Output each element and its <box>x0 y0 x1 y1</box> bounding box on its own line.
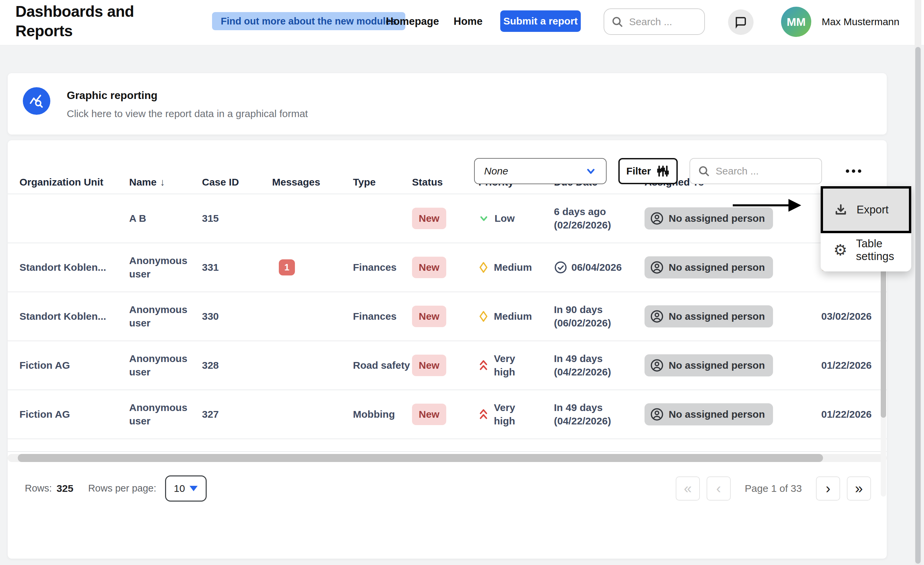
priority-very-high-icon <box>478 408 489 421</box>
next-page-button[interactable]: › <box>816 477 840 501</box>
menu-item-table-settings[interactable]: ⚙ Table settings <box>820 233 911 267</box>
table-search-input[interactable] <box>716 165 803 177</box>
assigned-person-label: No assigned person <box>669 408 765 421</box>
person-icon <box>650 260 664 274</box>
cell-assigned-to: No assigned person <box>645 207 789 229</box>
table-footer: Rows: 325 Rows per page: 10 « ‹ Page 1 o… <box>8 462 887 515</box>
rows-per-page-value: 10 <box>174 483 185 494</box>
submit-report-button[interactable]: Submit a report <box>500 10 581 32</box>
table-row[interactable]: A B 315 New Low 6 days ago (02/26/2026) … <box>8 194 887 243</box>
cell-created-date: 01/22/2026 <box>821 408 887 421</box>
cell-case-id: 315 <box>202 212 272 225</box>
assigned-person-chip[interactable]: No assigned person <box>645 207 773 229</box>
download-icon <box>834 203 848 217</box>
cell-type: Road safety <box>353 359 412 372</box>
global-search[interactable] <box>604 8 705 35</box>
more-options-button[interactable] <box>842 158 865 184</box>
assigned-person-chip[interactable]: No assigned person <box>645 256 773 279</box>
cell-organization-unit: Standort Koblen... <box>20 261 129 274</box>
table-row[interactable]: Standort Koblen... Anonymous user 331 1 … <box>8 243 887 292</box>
cell-due-date: In 49 days (04/22/2026) <box>554 352 645 379</box>
cell-priority: Medium <box>478 310 554 324</box>
due-date-relative: In 49 days <box>554 401 645 415</box>
cell-due-date: In 90 days (06/02/2026) <box>554 303 645 330</box>
due-date-absolute: (06/02/2026) <box>554 316 645 330</box>
top-bar: Dashboards and Reports Find out more abo… <box>0 0 924 45</box>
promo-badge[interactable]: Find out more about the new modules <box>212 12 405 30</box>
due-date-relative: In 90 days <box>554 303 645 317</box>
previous-page-button[interactable]: ‹ <box>706 477 731 501</box>
cell-priority: Very high <box>478 352 554 379</box>
table-row[interactable]: Fiction AG Anonymous user 327 Mobbing Ne… <box>8 390 887 439</box>
nav-home[interactable]: Home <box>454 15 483 27</box>
table-row[interactable]: Standort Koblen... Anonymous user 330 Fi… <box>8 292 887 341</box>
rows-summary: Rows: 325 Rows per page: 10 <box>25 475 207 502</box>
last-page-button[interactable]: » <box>847 477 871 501</box>
cell-messages: 1 <box>272 259 353 276</box>
messages-count-badge: 1 <box>279 259 295 276</box>
chat-button[interactable] <box>728 9 753 35</box>
cell-name: A B <box>129 212 202 225</box>
cell-priority: Medium <box>478 261 554 274</box>
cell-created-date: 01/22/2026 <box>821 359 887 372</box>
assigned-person-label: No assigned person <box>669 310 765 324</box>
graphic-reporting-subtitle: Click here to view the report data in a … <box>67 108 308 120</box>
cell-due-date: 06/04/2026 <box>554 261 645 274</box>
filter-sliders-icon <box>656 164 670 178</box>
cell-name: Anonymous user <box>129 352 202 379</box>
gear-icon: ⚙ <box>833 242 847 258</box>
dot-icon <box>852 169 855 173</box>
search-input[interactable] <box>629 16 690 27</box>
filter-button-label: Filter <box>626 165 651 177</box>
page-info: Page 1 of 33 <box>745 483 802 494</box>
cell-name: Anonymous user <box>129 254 202 281</box>
chat-bubble-icon <box>734 15 747 29</box>
cell-organization-unit: Fiction AG <box>20 359 129 372</box>
cell-status: New <box>412 208 478 229</box>
nav-homepage[interactable]: Homepage <box>386 15 439 27</box>
cell-status: New <box>412 306 478 327</box>
table-vertical-scrollbar[interactable] <box>881 235 886 496</box>
filter-button[interactable]: Filter <box>618 158 678 184</box>
first-page-button[interactable]: « <box>676 477 700 501</box>
cell-assigned-to: No assigned person <box>645 256 789 279</box>
pagination: « ‹ Page 1 of 33 › » <box>676 477 871 501</box>
arrow-line <box>733 204 790 206</box>
cell-case-id: 328 <box>202 359 272 372</box>
assigned-person-label: No assigned person <box>669 212 765 225</box>
cell-priority: Low <box>478 212 554 225</box>
graphic-reporting-card[interactable]: Graphic reporting Click here to view the… <box>8 73 887 135</box>
cell-type: Finances <box>353 261 412 274</box>
table-row[interactable]: Fiction AG Anonymous user 328 Road safet… <box>8 341 887 390</box>
status-badge: New <box>412 306 446 327</box>
page-scrollbar[interactable] <box>915 0 921 565</box>
cell-assigned-to: No assigned person <box>645 354 789 376</box>
assigned-person-chip[interactable]: No assigned person <box>645 354 773 376</box>
person-icon <box>650 358 664 372</box>
view-select[interactable]: None <box>474 158 607 184</box>
rows-per-page-select[interactable]: 10 <box>165 475 207 502</box>
horizontal-scrollbar[interactable] <box>8 454 887 462</box>
assigned-person-chip[interactable]: No assigned person <box>645 403 773 426</box>
partial-row <box>8 439 887 452</box>
cell-name: Anonymous user <box>129 303 202 330</box>
due-check-circle-icon <box>554 261 567 274</box>
avatar[interactable]: MM <box>781 7 811 37</box>
cell-case-id: 327 <box>202 408 272 421</box>
dot-icon <box>846 169 849 173</box>
page-scrollbar-thumb[interactable] <box>915 47 921 564</box>
person-icon <box>650 309 664 324</box>
status-badge: New <box>412 208 446 229</box>
table-search[interactable] <box>690 158 822 184</box>
horizontal-scrollbar-thumb[interactable] <box>18 454 823 462</box>
view-select-value: None <box>484 165 508 177</box>
assigned-person-chip[interactable]: No assigned person <box>645 305 773 327</box>
status-badge: New <box>412 257 446 279</box>
cell-name: Anonymous user <box>129 401 202 428</box>
cell-priority: Very high <box>478 401 554 428</box>
person-icon <box>650 211 664 225</box>
rows-per-page-label: Rows per page: <box>88 483 156 494</box>
user-name: Max Mustermann <box>822 16 900 27</box>
cell-organization-unit: Fiction AG <box>20 408 129 421</box>
menu-item-export[interactable]: Export <box>820 186 911 233</box>
